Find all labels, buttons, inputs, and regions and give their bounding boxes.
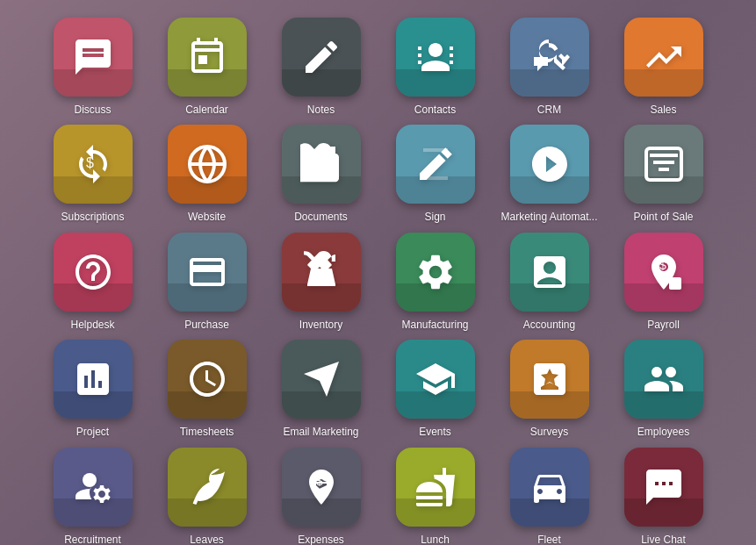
app-item-crm[interactable]: CRM [497,18,602,116]
app-item-lunch[interactable]: Lunch [383,448,488,545]
accounting-icon-bg [510,233,589,312]
app-label-subscriptions: Subscriptions [61,211,124,223]
contacts-icon-bg [396,18,475,97]
app-item-marketing-automat---[interactable]: Marketing Automat... [497,125,602,223]
email-marketing-icon-bg [282,340,361,419]
svg-rect-3 [450,47,453,50]
app-item-payroll[interactable]: $$Payroll [611,233,716,331]
svg-point-12 [83,473,97,487]
payroll-icon-bg: $$ [624,233,703,312]
app-label-fleet: Fleet [537,534,561,545]
app-label-leaves: Leaves [190,534,224,545]
app-label-project: Project [76,426,109,438]
app-item-contacts[interactable]: Contacts [383,18,488,116]
app-label-surveys: Surveys [530,426,568,438]
discuss-icon-bg [54,18,133,97]
app-item-sales[interactable]: Sales [611,18,716,116]
app-label-events: Events [419,426,451,438]
app-label-payroll: Payroll [647,319,680,331]
app-label-marketing: Marketing Automat... [500,211,597,223]
app-label-accounting: Accounting [523,319,575,331]
timesheets-icon-bg [168,340,247,419]
purchase-icon-bg [168,233,247,312]
app-label-lunch: Lunch [421,534,450,545]
app-item-point-of-sale[interactable]: Point of Sale [611,125,716,223]
app-label-sign: Sign [424,211,445,223]
pos-icon-bg [624,125,703,204]
svg-rect-0 [418,47,421,50]
fleet-icon-bg [510,448,589,527]
app-label-sales: Sales [650,104,676,116]
crm-icon-bg [510,18,589,97]
recruitment-icon-bg [54,448,133,527]
marketing-icon-bg [510,125,589,204]
app-item-notes[interactable]: Notes [269,18,374,116]
app-item-sign[interactable]: Sign [383,125,488,223]
notes-icon-bg [282,18,361,97]
expenses-icon-bg: $ [282,448,361,527]
app-item-discuss[interactable]: Discuss [40,18,146,116]
website-icon-bg [168,125,247,204]
app-label-crm: CRM [537,104,561,116]
app-item-live-chat[interactable]: Live Chat [611,448,716,545]
documents-icon-bg [282,125,361,204]
employees-icon-bg [624,340,703,419]
svg-rect-2 [418,61,421,64]
app-item-helpdesk[interactable]: Helpdesk [40,233,146,331]
events-icon-bg [396,340,475,419]
app-label-recruitment: Recruitment [64,534,121,545]
lunch-icon-bg [396,448,475,527]
app-label-helpdesk: Helpdesk [70,319,114,331]
helpdesk-icon-bg [54,233,133,312]
app-label-notes: Notes [307,104,335,116]
app-item-employees[interactable]: Employees [611,340,716,438]
app-item-expenses[interactable]: $Expenses [269,448,374,545]
app-label-inventory: Inventory [299,319,342,331]
app-label-pos: Point of Sale [633,211,693,223]
app-label-documents: Documents [294,211,348,223]
app-item-recruitment[interactable]: Recruitment [40,448,146,545]
app-label-timesheets: Timesheets [180,426,234,438]
sales-icon-bg [624,18,703,97]
app-label-website: Website [188,211,226,223]
app-item-events[interactable]: Events [383,340,488,438]
app-label-manufacturing: Manufacturing [401,319,468,331]
live-chat-icon-bg [624,448,703,527]
svg-rect-1 [418,54,421,57]
svg-text:$: $ [659,258,666,272]
app-label-expenses: Expenses [298,534,344,545]
leaves-icon-bg [168,448,247,527]
app-grid: DiscussCalendarNotesContactsCRMSales$Sub… [23,0,734,545]
app-item-website[interactable]: Website [155,125,260,223]
subscriptions-icon-bg: $ [54,125,133,204]
app-item-timesheets[interactable]: Timesheets [155,340,260,438]
svg-text:$: $ [671,276,679,290]
manufacturing-icon-bg [396,233,475,312]
app-item-calendar[interactable]: Calendar [155,18,260,116]
svg-rect-5 [450,61,453,64]
app-label-calendar: Calendar [185,104,228,116]
app-label-email-marketing: Email Marketing [283,426,358,438]
app-label-discuss: Discuss [74,104,111,116]
app-label-contacts: Contacts [414,104,456,116]
project-icon-bg [54,340,133,419]
app-item-documents[interactable]: Documents [269,125,374,223]
app-label-employees: Employees [637,426,689,438]
app-item-email-marketing[interactable]: Email Marketing [269,340,374,438]
app-item-inventory[interactable]: Inventory [269,233,374,331]
app-label-live-chat: Live Chat [641,534,686,545]
svg-rect-4 [450,54,453,57]
app-item-project[interactable]: Project [40,340,146,438]
app-item-subscriptions[interactable]: $Subscriptions [40,125,146,223]
inventory-icon-bg [282,233,361,312]
app-item-fleet[interactable]: Fleet [497,448,602,545]
app-label-purchase: Purchase [184,319,229,331]
app-item-manufacturing[interactable]: Manufacturing [383,233,488,331]
app-item-purchase[interactable]: Purchase [155,233,260,331]
svg-text:$: $ [86,155,94,170]
app-item-leaves[interactable]: Leaves [155,448,260,545]
app-item-accounting[interactable]: Accounting [497,233,602,331]
app-item-surveys[interactable]: Surveys [497,340,602,438]
calendar-icon-bg [168,18,247,97]
sign-icon-bg [396,125,475,204]
